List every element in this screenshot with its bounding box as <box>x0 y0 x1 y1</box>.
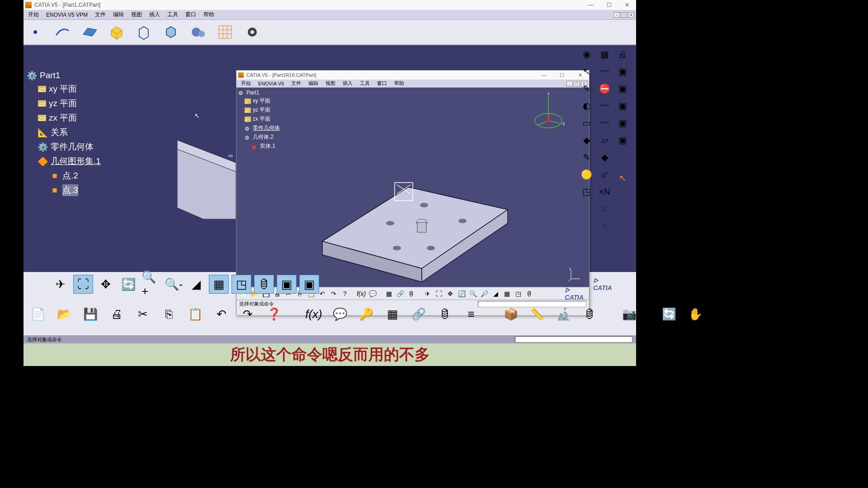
pan-tool-icon[interactable]: ✥ <box>96 275 116 294</box>
main-3d-viewport[interactable]: ⚙️Part1 ▱xy 平面 ▱yz 平面 ▱zx 平面 📐关系 ⚙️零件几何体… <box>24 45 636 272</box>
rtool-6-icon[interactable]: ✎ <box>579 150 594 164</box>
menu-window[interactable]: 窗口 <box>184 11 198 19</box>
main-command-input[interactable] <box>515 336 632 343</box>
inner-tree-yz[interactable]: ▱yz 平面 <box>245 106 280 114</box>
shape-tool-1-icon[interactable] <box>134 22 154 42</box>
inner-menu-file[interactable]: 文件 <box>289 80 303 87</box>
plane-tool-icon[interactable] <box>80 22 99 42</box>
render-1-icon[interactable]: 🛢 <box>254 275 274 294</box>
line-tool-icon[interactable] <box>52 22 72 42</box>
inner-menu-enovia[interactable]: ENOVIA V5 <box>256 81 286 86</box>
rtool-7-icon[interactable]: 🟡 <box>579 167 594 182</box>
rtool-print-icon[interactable]: 🖨 <box>615 47 630 61</box>
yellow-cube-icon[interactable] <box>107 22 127 42</box>
render-3-icon[interactable]: ▣ <box>299 275 319 294</box>
inner-menu-view[interactable]: 视图 <box>324 80 337 87</box>
tree-zx-plane[interactable]: ▱zx 平面 <box>38 112 101 124</box>
zoom-in-icon[interactable]: 🔍+ <box>141 275 161 294</box>
inner-tree-xy[interactable]: ▱xy 平面 <box>245 97 280 105</box>
inner-mdi-min[interactable]: - <box>566 81 573 86</box>
db-cmd-icon[interactable]: ≡ <box>461 305 481 324</box>
rotate-tool-icon[interactable]: 🔄 <box>118 275 138 294</box>
rtool-fill-icon[interactable]: ▱ <box>597 133 612 147</box>
menu-insert[interactable]: 插入 <box>147 11 162 19</box>
tree-point-2[interactable]: ■点.2 <box>50 170 101 182</box>
refresh-icon[interactable]: 🔄 <box>659 305 679 324</box>
rtool-surf-icon[interactable]: 〰 <box>597 64 612 79</box>
comment-icon[interactable]: 💬 <box>330 305 350 324</box>
copy-cmd-icon[interactable]: ⎘ <box>159 305 179 324</box>
rtool-pts2-icon[interactable]: ⁘ <box>597 219 612 233</box>
tree-yz-plane[interactable]: ▱yz 平面 <box>38 98 101 109</box>
analysis-icon[interactable]: 🔬 <box>553 305 573 324</box>
catalog-icon[interactable]: 📦 <box>501 305 521 324</box>
close-button[interactable]: ✕ <box>618 2 636 8</box>
inner-maximize-button[interactable]: ☐ <box>553 72 571 78</box>
inner-tree-partbody[interactable]: ⚙零件几何体 <box>245 124 280 132</box>
axis-sys-icon[interactable]: ⤧ <box>712 305 731 324</box>
inner-tree-root[interactable]: ⚙Part1 <box>238 89 280 96</box>
save-file-icon[interactable]: 💾 <box>80 305 100 324</box>
rtool-ex2-icon[interactable]: ▣ <box>615 81 630 96</box>
inner-tree-solid1[interactable]: ◼实体.1 <box>252 142 280 150</box>
fly-mode-icon[interactable]: ✈ <box>51 275 71 294</box>
tree-geoset[interactable]: 🔶几何图形集.1 <box>38 155 101 167</box>
table-cmd-icon[interactable]: ▦ <box>382 305 402 324</box>
rtool-select-icon[interactable]: ↖ <box>615 171 630 185</box>
rtool-arrow-icon[interactable]: ↖ <box>579 64 594 79</box>
open-file-icon[interactable]: 📂 <box>54 305 74 324</box>
paste-cmd-icon[interactable]: 📋 <box>185 305 205 324</box>
inner-tree-zx[interactable]: ▱zx 平面 <box>245 115 280 123</box>
print-file-icon[interactable]: 🖨 <box>107 305 127 324</box>
rtool-1-icon[interactable]: ◉ <box>579 47 594 61</box>
measure-icon[interactable]: 📏 <box>527 305 547 324</box>
tree-root[interactable]: ⚙️Part1 <box>27 70 101 80</box>
rtool-sweep-icon[interactable]: 〰 <box>597 116 612 130</box>
mat-cmd-icon[interactable]: 🛢 <box>435 305 455 324</box>
rtool-ex1-icon[interactable]: ▣ <box>615 64 630 79</box>
inner-menu-help[interactable]: 帮助 <box>392 80 406 87</box>
tree-relations[interactable]: 📐关系 <box>38 127 101 138</box>
iso-view-icon[interactable]: ◳ <box>231 275 251 294</box>
rtool-5-icon[interactable]: ◆ <box>579 133 594 147</box>
inner-minimize-button[interactable]: — <box>535 72 553 78</box>
inner-menu-edit[interactable]: 编辑 <box>307 80 320 87</box>
minimize-button[interactable]: — <box>582 2 600 8</box>
rtool-8-icon[interactable]: ◳ <box>579 184 594 199</box>
link-cmd-icon[interactable]: 🔗 <box>409 305 429 324</box>
maximize-button[interactable]: ☐ <box>600 2 618 8</box>
rtool-ex5-icon[interactable]: ▣ <box>615 133 630 147</box>
rtool-ex3-icon[interactable]: ▣ <box>615 99 630 113</box>
inner-3d-viewport[interactable]: ⚙Part1 ▱xy 平面 ▱yz 平面 ▱zx 平面 ⚙零件几何体 ⚙几何体.… <box>236 88 589 287</box>
menu-help[interactable]: 帮助 <box>202 11 216 19</box>
inner-menu-tools[interactable]: 工具 <box>358 80 372 87</box>
zoom-out-icon[interactable]: 🔍- <box>164 275 184 294</box>
render-2-icon[interactable]: ▣ <box>277 275 297 294</box>
rtool-4-icon[interactable]: ▭ <box>579 116 594 130</box>
rtool-curve-icon[interactable]: 〰 <box>597 99 612 113</box>
menu-enovia[interactable]: ENOVIA V5 VPM <box>44 12 90 18</box>
gear-tool-icon[interactable] <box>188 22 208 42</box>
undo-cmd-icon[interactable]: ↶ <box>212 305 231 324</box>
compass-icon[interactable]: z y <box>530 91 566 132</box>
tree-xy-plane[interactable]: ▱xy 平面 <box>38 83 101 95</box>
menu-tools[interactable]: 工具 <box>165 11 180 19</box>
rtool-pts-icon[interactable]: ⁙ <box>597 202 612 216</box>
point-tool-icon[interactable] <box>25 22 45 42</box>
menu-edit[interactable]: 编辑 <box>111 11 126 19</box>
rtool-ex4-icon[interactable]: ▣ <box>615 116 630 130</box>
mdi-close[interactable]: × <box>628 12 634 18</box>
tree-partbody[interactable]: ⚙️零件几何体 <box>38 141 101 153</box>
mdi-minimize[interactable]: - <box>613 12 620 18</box>
hand-icon[interactable]: ✋ <box>685 305 705 324</box>
rtool-grid-icon[interactable]: ▦ <box>597 47 612 61</box>
camera-icon[interactable]: 📷 <box>619 305 639 324</box>
fit-all-icon[interactable]: ⛶ <box>73 275 93 294</box>
inner-menu-start[interactable]: 开始 <box>239 80 253 87</box>
menu-view[interactable]: 视图 <box>129 11 144 19</box>
rtool-sketch-icon[interactable]: ✎ <box>579 81 594 96</box>
rtool-error-icon[interactable]: ⛔ <box>597 81 612 96</box>
rtool-xn-icon[interactable]: ×N <box>597 184 612 199</box>
shape-tool-2-icon[interactable] <box>161 22 181 42</box>
menu-file[interactable]: 文件 <box>93 11 108 19</box>
